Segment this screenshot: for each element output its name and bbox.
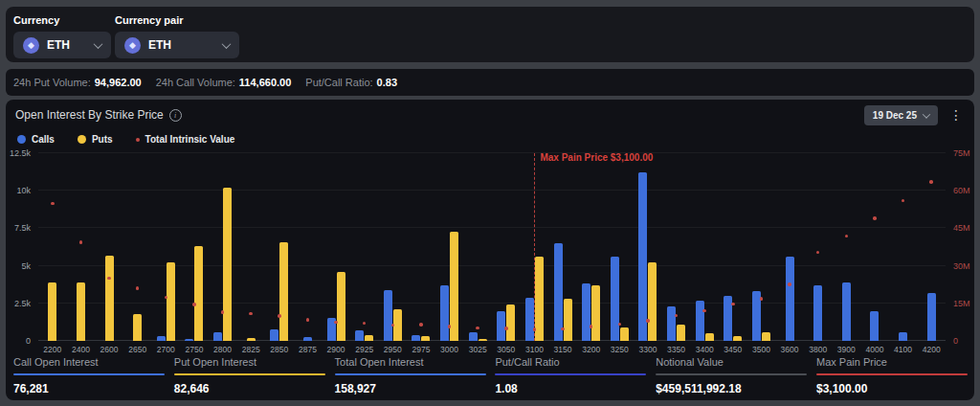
footer-stat-total-open-interest: Total Open Interest158,927 xyxy=(335,356,486,395)
strike-label: 4000 xyxy=(865,345,883,354)
calls-bar xyxy=(355,330,364,341)
put-volume-stat: 24h Put Volume:94,962.00 xyxy=(13,77,142,88)
chevron-down-icon xyxy=(923,110,930,118)
calls-bar xyxy=(185,339,193,341)
strike-bar-group-2600 xyxy=(95,256,123,341)
currency-pair-dropdown[interactable]: ◆ ETH xyxy=(115,32,239,58)
legend-item-calls[interactable]: Calls xyxy=(17,134,55,145)
strike-label: 4200 xyxy=(923,345,941,354)
puts-bar xyxy=(48,282,56,341)
gridline xyxy=(38,227,946,228)
intrinsic-value-dot xyxy=(249,312,253,316)
calls-bar xyxy=(786,257,794,341)
left-axis-tick: 7.5k xyxy=(14,223,31,233)
call-volume-label: 24h Call Volume: xyxy=(156,77,235,88)
strike-bar-group-2400 xyxy=(67,282,96,341)
open-interest-chart-panel: Open Interest By Strike Price i 19 Dec 2… xyxy=(6,100,974,400)
puts-bar xyxy=(167,262,175,341)
puts-bar xyxy=(705,333,714,341)
expiry-date-dropdown[interactable]: 19 Dec 25 xyxy=(864,105,938,125)
intrinsic-value-dot xyxy=(504,327,508,330)
strike-label: 2900 xyxy=(327,345,345,354)
calls-bar xyxy=(696,301,704,341)
calls-bar xyxy=(270,329,278,341)
strike-bar-group-2875 xyxy=(294,337,323,341)
legend-label: Puts xyxy=(92,134,113,145)
strike-label: 3025 xyxy=(469,345,487,354)
call-volume-stat: 24h Call Volume:114,660.00 xyxy=(156,77,292,88)
strike-bar-group-3050 xyxy=(492,304,521,341)
currency-label: Currency xyxy=(13,14,111,26)
currency-pair-value: ETH xyxy=(148,38,171,52)
legend-label: Calls xyxy=(32,134,55,145)
strike-bar-group-2700 xyxy=(152,262,181,341)
currency-pair-filter: Currency pair ◆ ETH xyxy=(115,14,239,58)
strike-bar-group-4000 xyxy=(860,311,889,341)
calls-bar xyxy=(582,283,590,341)
puts-bar xyxy=(194,246,203,341)
currency-dropdown[interactable]: ◆ ETH xyxy=(13,32,111,58)
strike-bar-group-3150 xyxy=(548,243,577,341)
strike-label: 4100 xyxy=(894,345,912,354)
strike-label: 2600 xyxy=(100,345,119,354)
puts-bar xyxy=(337,272,345,341)
currency-value: ETH xyxy=(47,38,70,52)
left-axis-tick: 12.5k xyxy=(10,148,31,158)
put-volume-value: 94,962.00 xyxy=(95,77,142,88)
footer-stat-value: 76,281 xyxy=(13,375,165,395)
summary-footer: Call Open Interest76,281Put Open Interes… xyxy=(6,356,974,400)
puts-bar xyxy=(733,336,742,341)
strike-label: 3400 xyxy=(696,345,714,354)
x-axis: 2200240026002650270027502800282528502875… xyxy=(38,345,946,356)
max-pain-label: Max Pain Price $3,100.00 xyxy=(540,152,653,163)
gridline xyxy=(38,152,946,153)
calls-bar xyxy=(412,335,420,341)
volume-stats-bar: 24h Put Volume:94,962.00 24h Call Volume… xyxy=(6,69,974,96)
calls-bar xyxy=(611,257,619,341)
puts-bar xyxy=(506,304,515,341)
info-icon[interactable]: i xyxy=(169,109,182,122)
left-axis-tick: 2.5k xyxy=(14,299,31,308)
calls-bar xyxy=(525,298,534,341)
puts-bar xyxy=(365,335,373,341)
intrinsic-value-dot xyxy=(419,323,423,327)
left-y-axis: 02.5k5k7.5k10k12.5k xyxy=(6,153,34,341)
strike-bar-group-3350 xyxy=(662,306,691,341)
legend-item-total-intrinsic-value[interactable]: Total Intrinsic Value xyxy=(136,134,235,145)
puts-bar xyxy=(77,282,85,341)
footer-stat-max-pain-price: Max Pain Price$3,100.00 xyxy=(816,356,968,395)
put-call-ratio-stat: Put/Call Ratio:0.83 xyxy=(305,77,397,88)
strike-label: 2650 xyxy=(128,345,146,354)
intrinsic-value-dot xyxy=(334,321,338,325)
right-y-axis: 015M30M45M60M75M xyxy=(951,153,976,341)
strike-bar-group-2650 xyxy=(123,314,152,341)
intrinsic-value-dot xyxy=(221,310,225,314)
eth-icon: ◆ xyxy=(23,37,39,54)
strike-label: 2875 xyxy=(299,345,317,354)
footer-stat-value: 158,927 xyxy=(335,375,486,395)
kebab-menu-icon[interactable]: ⋮ xyxy=(947,105,965,125)
intrinsic-value-dot xyxy=(845,235,849,238)
put-call-ratio-label: Put/Call Ratio: xyxy=(305,77,372,88)
strike-label: 2850 xyxy=(270,345,288,354)
intrinsic-value-dot xyxy=(929,180,933,184)
strike-bar-group-2900 xyxy=(322,272,350,341)
intrinsic-value-dot xyxy=(816,251,820,255)
call-volume-value: 114,660.00 xyxy=(239,77,291,88)
footer-stat-label: Max Pain Price xyxy=(816,356,968,373)
strike-label: 3300 xyxy=(638,345,657,354)
right-axis-tick: 60M xyxy=(953,186,970,195)
strike-bar-group-3900 xyxy=(833,282,861,341)
expiry-date-value: 19 Dec 25 xyxy=(873,110,917,121)
legend-item-puts[interactable]: Puts xyxy=(78,134,113,145)
calls-bar xyxy=(440,285,449,341)
gridline xyxy=(38,190,946,191)
intrinsic-value-dot xyxy=(278,314,281,318)
strike-label: 3000 xyxy=(440,345,458,354)
right-axis-tick: 15M xyxy=(953,299,970,308)
strike-bar-group-3600 xyxy=(775,257,804,341)
max-pain-line xyxy=(534,153,535,341)
strike-label: 3450 xyxy=(724,345,742,354)
calls-bar xyxy=(899,332,907,341)
strike-bar-group-2800 xyxy=(209,188,237,341)
